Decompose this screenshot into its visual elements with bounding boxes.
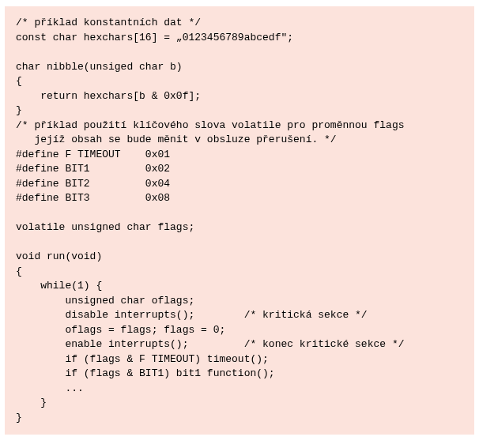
code-block: /* příklad konstantních dat */ const cha… xyxy=(5,6,474,435)
code-content: /* příklad konstantních dat */ const cha… xyxy=(16,16,463,425)
